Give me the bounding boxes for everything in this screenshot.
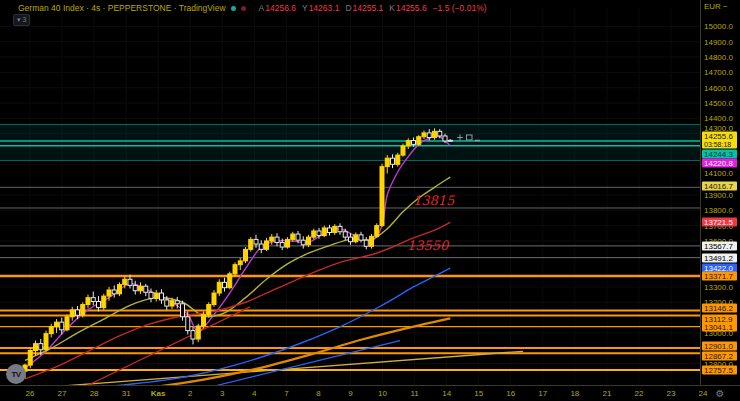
- current-price-axis-label: 14255.603:58:18: [702, 132, 737, 149]
- candle: [139, 282, 143, 293]
- candle: [385, 155, 389, 173]
- time-axis-label: 21: [602, 389, 611, 398]
- time-axis-label: 16: [506, 389, 515, 398]
- candle: [191, 327, 195, 345]
- candle: [212, 290, 216, 307]
- low-label: D: [345, 3, 351, 13]
- symbol-description[interactable]: German 40 Index · 4s · PEPPERSTONE · Tra…: [18, 3, 226, 13]
- candle: [370, 234, 374, 249]
- candle: [55, 319, 59, 333]
- candle: [354, 233, 358, 244]
- candle: [401, 144, 405, 157]
- candle: [417, 135, 421, 146]
- candle: [375, 223, 379, 238]
- candle: [312, 229, 316, 240]
- candle: [181, 301, 185, 321]
- candle: [144, 284, 148, 296]
- candle: [86, 295, 90, 309]
- candle: [259, 240, 263, 253]
- candle: [133, 281, 137, 295]
- candle: [307, 235, 311, 247]
- indicator-price-label: 12901.0: [702, 342, 737, 351]
- candle: [154, 290, 158, 301]
- time-axis-label: 22: [634, 389, 643, 398]
- time-axis-label: 15: [474, 389, 483, 398]
- indicator-price-label: 13567.7: [702, 241, 737, 250]
- indicator-price-label: 13041.1: [702, 322, 737, 331]
- alert-status-dot-icon[interactable]: [241, 6, 246, 11]
- candle: [97, 296, 101, 311]
- time-axis-label: 14: [442, 389, 451, 398]
- indicator-price-label: 14016.7: [702, 182, 737, 191]
- time-axis-label: 27: [58, 389, 67, 398]
- chevron-down-icon: ▾: [17, 15, 21, 25]
- candle: [44, 331, 48, 352]
- close-label: K: [389, 3, 395, 13]
- candle: [70, 307, 74, 321]
- price-axis-gridline-label: 15000.0: [704, 22, 733, 31]
- candle: [65, 315, 69, 332]
- candle: [270, 234, 274, 245]
- time-axis-label: 8: [316, 389, 320, 398]
- low-value: 14255.1: [353, 3, 384, 13]
- price-axis-gridline-label: 14800.0: [704, 53, 733, 62]
- time-axis-label: 9: [348, 389, 352, 398]
- candle: [228, 272, 232, 290]
- price-axis-gridline-label: 14500.0: [704, 99, 733, 108]
- price-axis-gridline-label: 14900.0: [704, 37, 733, 46]
- price-axis-gridline-label: 13800.0: [704, 206, 733, 215]
- candle: [396, 153, 400, 167]
- time-axis[interactable]: 26272831Kas2347891011141516171821222324: [0, 385, 740, 401]
- candle: [118, 282, 122, 296]
- market-status-dot-icon[interactable]: [231, 6, 236, 11]
- candle: [380, 164, 384, 228]
- tradingview-chart-window: 1381513550 German 40 Index · 4s · PEPPER…: [0, 0, 740, 401]
- price-axis-gridline-label: 13300.0: [704, 282, 733, 291]
- indicator-price-label: 13721.5: [702, 218, 737, 227]
- price-axis-gridline-label: 14300.0: [704, 123, 733, 132]
- hidden-indicators-button[interactable]: ▾ 3: [13, 14, 30, 26]
- time-axis-label: 17: [538, 389, 547, 398]
- axis-settings-corner[interactable]: ⚙: [700, 385, 740, 401]
- time-axis-label: 11: [410, 389, 418, 398]
- high-label: Y: [302, 3, 308, 13]
- candle: [338, 223, 342, 234]
- candle: [223, 278, 227, 292]
- high-value: 14263.1: [309, 3, 340, 13]
- candle: [81, 302, 85, 317]
- time-axis-label: 26: [26, 389, 35, 398]
- time-axis-label: 18: [570, 389, 579, 398]
- price-annotation[interactable]: 13550: [407, 238, 450, 253]
- candle: [322, 226, 326, 237]
- grid-lines: [0, 8, 703, 385]
- ohlc-readout: A14256.6 Y14263.1 D14255.1 K14255.6 −1.5…: [259, 3, 487, 13]
- indicator-price-label: 13491.2: [702, 253, 737, 262]
- tradingview-logo[interactable]: TV: [6, 364, 26, 384]
- supply-zone-band: [0, 124, 700, 160]
- time-axis-label: 3: [220, 389, 224, 398]
- candle: [102, 294, 106, 310]
- time-axis-label: 28: [90, 389, 99, 398]
- open-label: A: [259, 3, 265, 13]
- price-axis-gridline-label: 14400.0: [704, 114, 733, 123]
- candle: [196, 324, 200, 342]
- price-axis[interactable]: EUR − 15000.014900.014800.014700.014600.…: [700, 0, 740, 385]
- indicator-price-label: 13146.2: [702, 304, 737, 313]
- price-annotation[interactable]: 13815: [413, 193, 455, 208]
- candle: [301, 236, 305, 248]
- currency-axis-label[interactable]: EUR −: [704, 2, 728, 11]
- indicator-price-label: 12867.2: [702, 352, 737, 361]
- candle: [328, 225, 332, 236]
- candle: [249, 237, 253, 252]
- candle: [233, 262, 237, 276]
- candle: [217, 279, 221, 296]
- candle: [49, 324, 53, 338]
- time-axis-label: 7: [284, 389, 288, 398]
- candlestick-chart[interactable]: 1381513550: [0, 0, 740, 401]
- price-axis-gridline-label: 14600.0: [704, 83, 733, 92]
- candle: [275, 233, 279, 246]
- candle: [160, 289, 164, 304]
- candle: [244, 247, 248, 263]
- indicator-price-label: 12757.5: [702, 366, 737, 375]
- hidden-indicators-count: 3: [23, 15, 27, 25]
